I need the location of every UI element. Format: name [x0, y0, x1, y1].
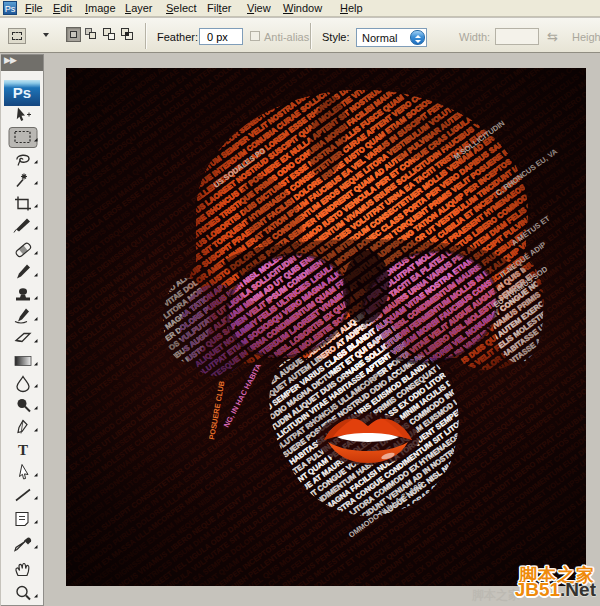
svg-text:T: T [18, 442, 28, 458]
